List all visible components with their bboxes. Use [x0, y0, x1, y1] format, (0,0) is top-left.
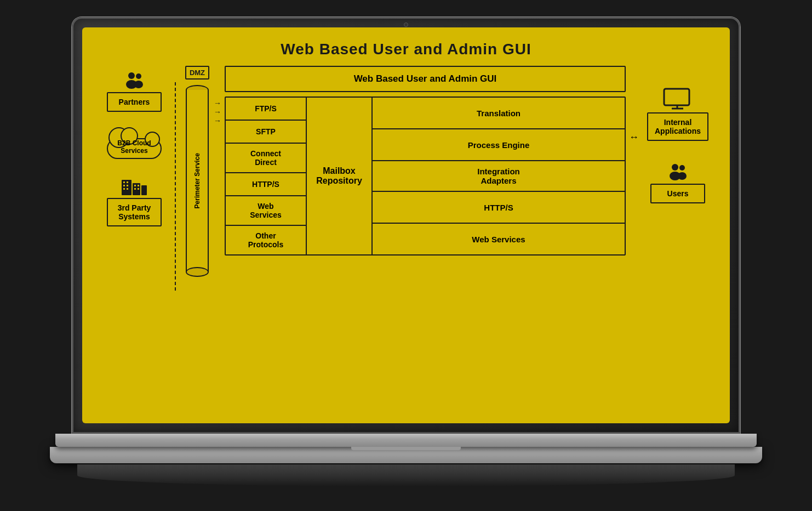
users-entity: Users: [650, 163, 705, 203]
screen: Web Based User and Admin GUI Partners: [82, 27, 730, 423]
left-entities: Partners B2B CloudServices: [99, 66, 170, 226]
web-gui-bar: Web Based User and Admin GUI: [225, 66, 626, 92]
integration-adapters-box: IntegrationAdapters: [373, 161, 625, 192]
sftp-box: SFTP: [226, 121, 306, 144]
svg-rect-16: [138, 188, 139, 190]
middle-arrow: ↔: [626, 66, 642, 143]
internal-apps-box: InternalApplications: [647, 112, 708, 141]
https2-box: HTTP/S: [373, 192, 625, 224]
svg-point-23: [678, 172, 687, 180]
protocol-column: FTP/S SFTP ConnectDirect HTTP/S WebServi…: [226, 98, 307, 254]
svg-rect-11: [123, 188, 125, 190]
svg-rect-12: [127, 188, 128, 190]
svg-rect-13: [134, 185, 136, 186]
svg-rect-10: [127, 185, 128, 186]
inner-section: FTP/S SFTP ConnectDirect HTTP/S WebServi…: [225, 96, 626, 256]
monitor-icon: [662, 88, 693, 111]
perimeter-label: Perimeter Service: [193, 153, 201, 208]
other-protocols-box: OtherProtocols: [226, 226, 306, 254]
mailbox-box: MailboxRepository: [307, 98, 373, 254]
users-box: Users: [650, 184, 705, 203]
building-icon: [121, 175, 148, 196]
left-arrows: → → →: [214, 66, 225, 136]
svg-rect-14: [138, 185, 139, 186]
svg-point-0: [128, 72, 135, 79]
web-services2-box: Web Services: [373, 224, 625, 254]
main-content: Web Based User and Admin GUI FTP/S SFTP …: [225, 66, 626, 256]
third-party-entity: 3rd PartySystems: [107, 175, 162, 226]
partners-entity: Partners: [107, 71, 162, 112]
svg-point-22: [679, 165, 685, 171]
screen-bezel: Web Based User and Admin GUI Partners: [72, 17, 740, 434]
dotted-separator: [170, 66, 181, 291]
diagram-title: Web Based User and Admin GUI: [99, 41, 713, 58]
laptop-reflection: [77, 464, 735, 486]
svg-rect-6: [141, 185, 147, 195]
svg-rect-17: [664, 89, 689, 105]
dmz-label: DMZ: [185, 66, 209, 80]
partners-box: Partners: [107, 92, 162, 112]
web-services-box: WebServices: [226, 196, 306, 226]
https-box: HTTP/S: [226, 173, 306, 196]
svg-point-20: [672, 164, 678, 171]
right-entities: InternalApplications Users: [642, 66, 713, 203]
diagram-body: Partners B2B CloudServices: [99, 66, 713, 399]
b2b-cloud-entity: B2B CloudServices: [104, 126, 164, 161]
svg-rect-8: [127, 181, 128, 183]
ftps-box: FTP/S: [226, 98, 306, 121]
people-icon: [121, 71, 148, 90]
svg-rect-15: [134, 188, 136, 190]
internal-apps-entity: InternalApplications: [647, 88, 708, 141]
camera: [404, 22, 408, 27]
engine-column: Translation Process Engine IntegrationAd…: [373, 98, 625, 254]
svg-rect-7: [123, 181, 125, 183]
dmz-section: DMZ Perimeter Service: [181, 66, 214, 277]
laptop: Web Based User and Admin GUI Partners: [50, 17, 762, 494]
process-engine-box: Process Engine: [373, 129, 625, 161]
laptop-base: [55, 434, 757, 447]
translation-box: Translation: [373, 98, 625, 129]
svg-point-2: [136, 73, 141, 79]
svg-rect-9: [123, 185, 125, 186]
svg-point-3: [134, 81, 143, 88]
users-people-icon: [664, 163, 691, 182]
perimeter-cylinder: Perimeter Service: [186, 85, 209, 277]
third-party-box: 3rd PartySystems: [107, 198, 162, 226]
connect-direct-box: ConnectDirect: [226, 144, 306, 173]
